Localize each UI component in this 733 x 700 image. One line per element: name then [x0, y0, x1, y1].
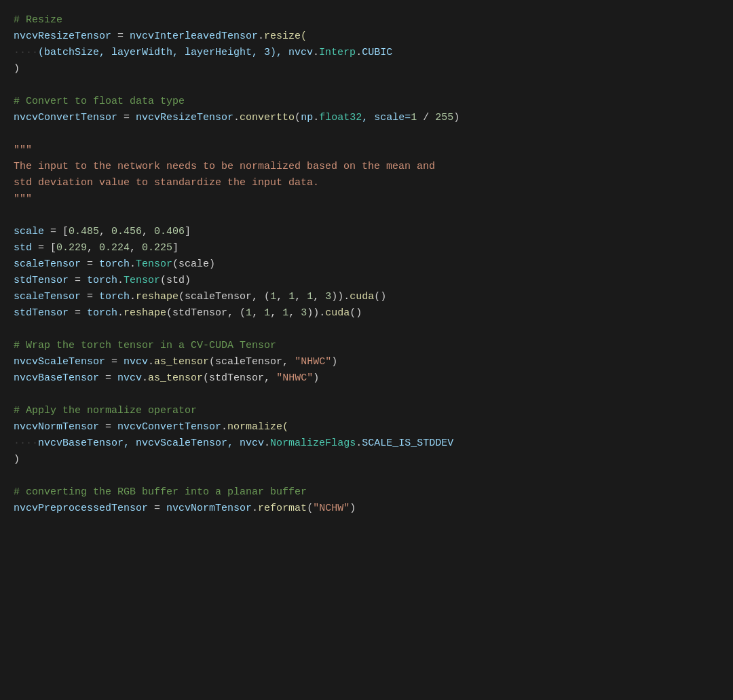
code-line: stdTensor = torch.Tensor(std) — [14, 273, 719, 289]
code-line: nvcvPreprocessedTensor = nvcvNormTensor.… — [14, 501, 719, 517]
code-line: ) — [14, 452, 719, 468]
code-line: nvcvNormTensor = nvcvConvertTensor.norma… — [14, 419, 719, 435]
code-line: # Apply the normalize operator — [14, 403, 719, 419]
code-line: std = [0.229, 0.224, 0.225] — [14, 240, 719, 256]
code-line — [14, 208, 719, 224]
code-line: scaleTensor = torch.Tensor(scale) — [14, 256, 719, 273]
code-editor: # ResizenvcvResizeTensor = nvcvInterleav… — [14, 12, 719, 517]
code-line: # converting the RGB buffer into a plana… — [14, 484, 719, 501]
code-line: ) — [14, 61, 719, 77]
code-line: std deviation value to standardize the i… — [14, 175, 719, 191]
code-line — [14, 322, 719, 338]
code-line: # Resize — [14, 12, 719, 28]
code-line — [14, 77, 719, 94]
code-line — [14, 468, 719, 484]
code-line — [14, 126, 719, 142]
code-line: scale = [0.485, 0.456, 0.406] — [14, 224, 719, 240]
code-line: # Wrap the torch tensor in a CV-CUDA Ten… — [14, 338, 719, 354]
code-line: """ — [14, 142, 719, 159]
code-line: nvcvBaseTensor = nvcv.as_tensor(stdTenso… — [14, 370, 719, 387]
code-line — [14, 387, 719, 403]
code-line: nvcvResizeTensor = nvcvInterleavedTensor… — [14, 28, 719, 45]
code-line: ····nvcvBaseTensor, nvcvScaleTensor, nvc… — [14, 435, 719, 452]
code-line: ····(batchSize, layerWidth, layerHeight,… — [14, 45, 719, 61]
code-line: nvcvScaleTensor = nvcv.as_tensor(scaleTe… — [14, 354, 719, 370]
code-line: nvcvConvertTensor = nvcvResizeTensor.con… — [14, 110, 719, 126]
code-line: # Convert to float data type — [14, 94, 719, 110]
code-line: """ — [14, 191, 719, 208]
code-line: scaleTensor = torch.reshape(scaleTensor,… — [14, 289, 719, 305]
code-line: stdTensor = torch.reshape(stdTensor, (1,… — [14, 305, 719, 322]
code-line: The input to the network needs to be nor… — [14, 159, 719, 175]
